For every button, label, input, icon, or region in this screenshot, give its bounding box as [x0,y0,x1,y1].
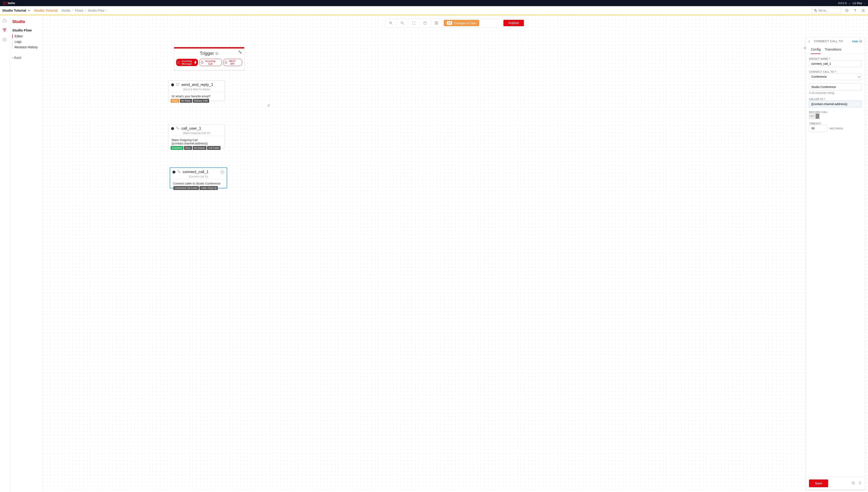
gear-icon[interactable] [861,8,866,13]
trigger-title: Trigger [200,51,214,56]
save-button[interactable]: Save [809,479,828,487]
conference-name-input[interactable] [809,83,862,91]
svg-point-7 [846,9,848,11]
trigger-rest-api[interactable]: REST API? [223,59,242,66]
widget-name-label: WIDGET NAME * [809,57,862,60]
sidebar: Studio Studio Flow Editor Logs Revision … [9,15,43,492]
tag-reply[interactable]: Reply [171,99,179,103]
node-handle[interactable] [171,127,174,130]
crumb-flows[interactable]: Flows [75,9,83,12]
help-icon[interactable]: ? [859,40,862,43]
search-input[interactable] [819,9,839,12]
svg-point-1 [4,2,4,3]
grid-button[interactable] [431,19,442,27]
node-tag-row: Answered Busy No Answer Call Failed [171,146,221,150]
widget-name-input[interactable] [809,60,862,67]
sidebar-list: Editor Logs Revision History [12,34,40,49]
sidebar-item-editor[interactable]: Editor [12,34,40,38]
twilio-logo[interactable]: twilio [3,1,15,5]
node-tag-row: Reply No Reply Delivery Fails [171,99,209,103]
crumb-studio[interactable]: Studio [61,9,70,12]
trigger-incoming-message[interactable]: Incoming Message? [176,59,198,66]
svg-rect-31 [437,22,438,23]
node-connect-call[interactable]: connect_call_1 ✕ (Connect Call To) Conne… [170,167,227,188]
record-call-label: RECORD CALL [809,111,862,114]
tab-config[interactable]: Config [811,46,821,54]
svg-rect-58 [853,483,855,485]
node-send-and-reply[interactable]: send_and_reply_1 (Send & Wait For Reply)… [169,80,225,101]
crumb-sep: / [106,9,107,12]
publish-button[interactable]: Publish [503,20,524,26]
crumb-flow[interactable]: Studio Flow [88,9,104,12]
search-box[interactable] [812,7,841,13]
chevron-down-icon [28,9,30,12]
zoom-in-button[interactable] [385,19,397,27]
close-icon[interactable]: ✕ [220,170,224,174]
sidebar-back[interactable]: ‹ Back [12,56,40,59]
home-icon[interactable] [2,19,7,23]
svg-rect-57 [852,482,854,484]
zoom-out-button[interactable] [397,19,408,27]
help-icon[interactable] [852,8,858,13]
search-icon [814,9,817,12]
tag-answered[interactable]: Answered [171,146,183,150]
caller-id-input[interactable] [809,100,862,107]
node-handle[interactable] [172,171,175,174]
trigger-pill-row: Incoming Message? Incoming Call? REST AP… [176,59,242,66]
collapse-panel-icon[interactable] [802,46,807,50]
trash-icon[interactable] [858,481,862,486]
flow-canvas[interactable]: 15 Changes to Flow Publish [43,15,868,492]
tag-deliveryfails[interactable]: Delivery Fails [193,99,209,103]
tab-transitions[interactable]: Transitions [825,46,841,54]
changes-badge[interactable]: 15 Changes to Flow [444,20,479,26]
conference-hint: A 34 character string [809,91,862,95]
global-header: twilio DOCS ⌄ Liz Moy ⌄ [0,0,868,6]
sidebar-title: Studio [12,19,40,24]
app-bar-left: Studio Tutorial Studio Tutorial Studio/ … [2,8,107,12]
tag-caller-hung-up[interactable]: Caller Hung Up [200,186,218,190]
node-subtitle: (Make Outgoing Call V2) [169,132,224,134]
user-menu[interactable]: Liz Moy ⌄ [853,2,865,5]
debug-icon[interactable] [844,8,849,13]
node-call-user[interactable]: call_user_1 (Make Outgoing Call V2) Make… [169,124,225,148]
trigger-incoming-call[interactable]: Incoming Call? [199,59,222,66]
panel-body: WIDGET NAME * CONNECT CALL TO * Conferen… [806,54,865,477]
docs-label: DOCS [838,2,847,4]
seconds-label: SECONDS [829,127,843,130]
node-title: call_user_1 [181,126,201,131]
toggle-off-label: OFF [809,114,816,119]
tag-busy[interactable]: Busy [184,146,192,150]
svg-rect-33 [437,23,438,24]
sidebar-section[interactable]: Studio Flow [12,28,40,32]
duplicate-icon[interactable] [851,481,855,486]
svg-point-54 [239,51,240,52]
connect-to-label: CONNECT CALL TO * [809,70,862,73]
connect-to-select[interactable]: Conference [809,73,862,80]
help-icon[interactable]: ? [215,52,219,55]
timeout-input[interactable] [809,125,827,132]
back-icon[interactable]: ‹ [809,39,810,43]
node-handle[interactable] [171,83,174,86]
tag-noanswer[interactable]: No Answer [193,146,206,150]
node-title: send_and_reply_1 [181,82,213,87]
gear-icon[interactable] [238,50,242,55]
chevron-down-icon: ⌄ [864,2,865,4]
hide-button[interactable]: Hide ? [852,40,862,43]
back-label: Back [14,56,21,59]
tag-connected-ended[interactable]: Connected Call Ended [173,186,199,190]
trigger-node[interactable]: Trigger ? Incoming Message? Incoming Cal… [174,47,245,70]
record-toggle[interactable]: OFF [809,114,819,119]
grab-cursor-icon [267,104,271,107]
docs-menu[interactable]: DOCS ⌄ [838,2,851,4]
svg-point-18 [3,40,4,40]
fit-button[interactable] [408,19,419,27]
crumb-sep: / [72,9,73,12]
project-switcher[interactable]: Studio Tutorial [2,8,30,12]
more-icon[interactable] [2,38,7,42]
sidebar-item-revisions[interactable]: Revision History [15,45,40,49]
sidebar-item-logs[interactable]: Logs [15,40,40,44]
studio-icon[interactable] [2,28,7,32]
tag-noreply[interactable]: No Reply [180,99,192,103]
snap-button[interactable] [419,19,431,27]
tag-callfailed[interactable]: Call Failed [207,146,221,150]
